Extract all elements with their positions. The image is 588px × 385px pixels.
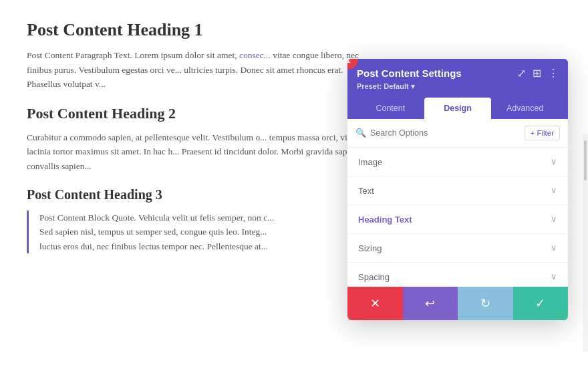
save-button[interactable]: ✓ bbox=[513, 287, 569, 320]
blockquote: Post Content Block Quote. Vehicula velit… bbox=[27, 211, 361, 254]
section-heading-text-label: Heading Text bbox=[358, 215, 412, 225]
panel-preset[interactable]: Preset: Default ▾ bbox=[357, 82, 559, 91]
action-bar: ✕ ↩ ↻ ✓ bbox=[347, 287, 568, 320]
scrollbar[interactable] bbox=[583, 134, 588, 352]
more-icon[interactable]: ⋮ bbox=[548, 67, 559, 80]
panel-tabs: Content Design Advanced bbox=[357, 98, 559, 119]
cancel-button[interactable]: ✕ bbox=[347, 287, 403, 320]
chevron-down-icon: ∨ bbox=[551, 214, 557, 225]
search-icon: 🔍 bbox=[355, 128, 366, 138]
preset-label: Preset: Default bbox=[357, 82, 409, 90]
heading-1: Post Content Heading 1 bbox=[27, 20, 361, 40]
chevron-down-icon: ∨ bbox=[551, 271, 557, 282]
panel-header-top: Post Content Settings ⤢ ⊞ ⋮ bbox=[357, 67, 559, 80]
section-image-label: Image bbox=[358, 157, 382, 167]
chevron-down-icon: ∨ bbox=[551, 185, 557, 196]
section-sizing[interactable]: Sizing ∨ bbox=[347, 234, 568, 263]
section-text[interactable]: Text ∨ bbox=[347, 176, 568, 205]
redo-button[interactable]: ↻ bbox=[458, 287, 513, 320]
panel-header-icons: ⤢ ⊞ ⋮ bbox=[517, 67, 559, 80]
paragraph-2: Curabitur a commodo sapien, at pellentes… bbox=[27, 130, 361, 174]
search-bar: 🔍 + Filter bbox=[347, 119, 568, 148]
tab-content[interactable]: Content bbox=[357, 98, 424, 119]
settings-panel: 1 Post Content Settings ⤢ ⊞ ⋮ Preset: De… bbox=[347, 59, 568, 320]
paragraph-1: Post Content Paragraph Text. Lorem ipsum… bbox=[27, 48, 361, 92]
tab-design[interactable]: Design bbox=[424, 98, 492, 119]
reset-button[interactable]: ↩ bbox=[403, 287, 458, 320]
panel-header: 1 Post Content Settings ⤢ ⊞ ⋮ Preset: De… bbox=[347, 59, 568, 119]
heading-3: Post Content Heading 3 bbox=[27, 187, 361, 203]
chevron-down-icon: ∨ bbox=[551, 156, 557, 167]
search-input[interactable] bbox=[370, 128, 521, 138]
preset-arrow: ▾ bbox=[411, 82, 415, 90]
section-heading-text[interactable]: Heading Text ∨ bbox=[347, 205, 568, 234]
section-image[interactable]: Image ∨ bbox=[347, 148, 568, 176]
section-text-label: Text bbox=[358, 186, 374, 196]
content-area: Post Content Heading 1 Post Content Para… bbox=[27, 20, 361, 253]
heading-2: Post Content Heading 2 bbox=[27, 105, 361, 122]
scrollbar-thumb bbox=[584, 140, 587, 180]
expand-icon[interactable]: ⤢ bbox=[517, 67, 526, 80]
filter-button[interactable]: + Filter bbox=[525, 126, 560, 140]
panel-title: Post Content Settings bbox=[357, 68, 462, 79]
tab-advanced[interactable]: Advanced bbox=[491, 98, 559, 119]
search-input-wrap: 🔍 bbox=[355, 128, 521, 138]
columns-icon[interactable]: ⊞ bbox=[533, 67, 541, 80]
section-sizing-label: Sizing bbox=[358, 243, 382, 253]
chevron-down-icon: ∨ bbox=[551, 243, 557, 253]
section-spacing-label: Spacing bbox=[358, 272, 390, 282]
